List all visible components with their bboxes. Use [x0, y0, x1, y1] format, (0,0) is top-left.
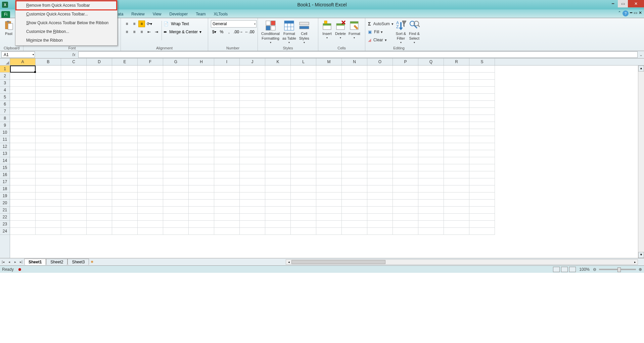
cell[interactable] [163, 87, 189, 94]
cell[interactable] [163, 80, 189, 87]
col-header-A[interactable]: A [10, 58, 36, 65]
cell[interactable] [418, 200, 444, 207]
col-header-M[interactable]: M [316, 58, 342, 65]
sheet-nav-first[interactable]: |◂ [0, 260, 6, 264]
cell[interactable] [214, 80, 240, 87]
cell[interactable] [291, 143, 316, 150]
cell[interactable] [112, 228, 138, 235]
scroll-up-button[interactable]: ▲ [638, 66, 644, 72]
cell[interactable] [393, 150, 418, 157]
cell[interactable] [291, 101, 316, 108]
cell[interactable] [112, 73, 138, 80]
cell[interactable] [138, 228, 163, 235]
cell[interactable] [61, 66, 87, 73]
cell[interactable] [10, 87, 36, 94]
align-center-button[interactable]: ≡ [131, 29, 138, 35]
cell[interactable] [393, 228, 418, 235]
cell[interactable] [87, 122, 112, 129]
cell[interactable] [138, 115, 163, 122]
cell[interactable] [189, 171, 214, 178]
cell[interactable] [214, 178, 240, 185]
cell[interactable] [393, 200, 418, 207]
cell[interactable] [342, 108, 367, 115]
cell[interactable] [163, 136, 189, 143]
cell[interactable] [10, 185, 36, 192]
cell[interactable] [112, 108, 138, 115]
cell[interactable] [393, 87, 418, 94]
cell[interactable] [163, 171, 189, 178]
cell[interactable] [189, 66, 214, 73]
cell[interactable] [163, 115, 189, 122]
cell[interactable] [291, 214, 316, 221]
scroll-thumb[interactable] [291, 260, 385, 264]
cell[interactable] [112, 101, 138, 108]
cell[interactable] [367, 171, 393, 178]
cell[interactable] [112, 80, 138, 87]
cell[interactable] [36, 200, 61, 207]
col-header-H[interactable]: H [189, 58, 214, 65]
fill-button[interactable]: ▣ Fill ▾ [368, 28, 394, 36]
cell[interactable] [163, 122, 189, 129]
cell[interactable] [214, 108, 240, 115]
cell[interactable] [367, 73, 393, 80]
cell[interactable] [265, 178, 291, 185]
expand-formula-bar[interactable]: ⌄ [638, 52, 644, 57]
col-header-F[interactable]: F [138, 58, 163, 65]
cell[interactable] [393, 80, 418, 87]
cell[interactable] [342, 200, 367, 207]
cell[interactable] [444, 122, 469, 129]
cell[interactable] [61, 157, 87, 164]
cell[interactable] [138, 143, 163, 150]
close-workbook-icon[interactable]: ✕ [639, 10, 642, 16]
cell[interactable] [418, 136, 444, 143]
col-header-E[interactable]: E [112, 58, 138, 65]
cell[interactable] [189, 129, 214, 136]
cell[interactable] [418, 115, 444, 122]
cell[interactable] [138, 207, 163, 214]
insert-button[interactable]: Insert▾ [320, 19, 334, 40]
cell[interactable] [189, 200, 214, 207]
cell[interactable] [87, 228, 112, 235]
cell[interactable] [393, 143, 418, 150]
cell[interactable] [444, 115, 469, 122]
cell[interactable] [189, 73, 214, 80]
autosum-button[interactable]: Σ AutoSum ▾ [368, 20, 394, 28]
cell[interactable] [469, 129, 495, 136]
minimize-button[interactable]: ━ [608, 0, 618, 7]
cell[interactable] [240, 73, 265, 80]
cell[interactable] [265, 101, 291, 108]
cell[interactable] [87, 136, 112, 143]
row-header-16[interactable]: 16 [0, 171, 10, 178]
cell[interactable] [163, 192, 189, 200]
cell[interactable] [342, 94, 367, 101]
cell[interactable] [214, 157, 240, 164]
cell[interactable] [265, 164, 291, 171]
sheet-nav-prev[interactable]: ◂ [6, 260, 12, 264]
cell[interactable] [87, 178, 112, 185]
cell[interactable] [163, 73, 189, 80]
cell[interactable] [214, 171, 240, 178]
cell[interactable] [418, 150, 444, 157]
cell[interactable] [138, 200, 163, 207]
cell[interactable] [163, 66, 189, 73]
cell[interactable] [87, 150, 112, 157]
row-header-15[interactable]: 15 [0, 164, 10, 171]
cell[interactable] [87, 221, 112, 228]
cell[interactable] [240, 228, 265, 235]
wrap-text-button[interactable]: 📄 Wrap Text [164, 20, 201, 28]
col-header-D[interactable]: D [87, 58, 112, 65]
cell[interactable] [469, 178, 495, 185]
cell[interactable] [10, 150, 36, 157]
cell[interactable] [36, 66, 61, 73]
cell[interactable] [112, 94, 138, 101]
cell[interactable] [61, 143, 87, 150]
cell[interactable] [240, 115, 265, 122]
cell[interactable] [61, 185, 87, 192]
cell[interactable] [163, 157, 189, 164]
cell[interactable] [316, 80, 342, 87]
cell[interactable] [138, 101, 163, 108]
cell[interactable] [291, 178, 316, 185]
cell[interactable] [444, 80, 469, 87]
col-header-R[interactable]: R [444, 58, 469, 65]
tab-developer[interactable]: Developer [166, 10, 192, 18]
